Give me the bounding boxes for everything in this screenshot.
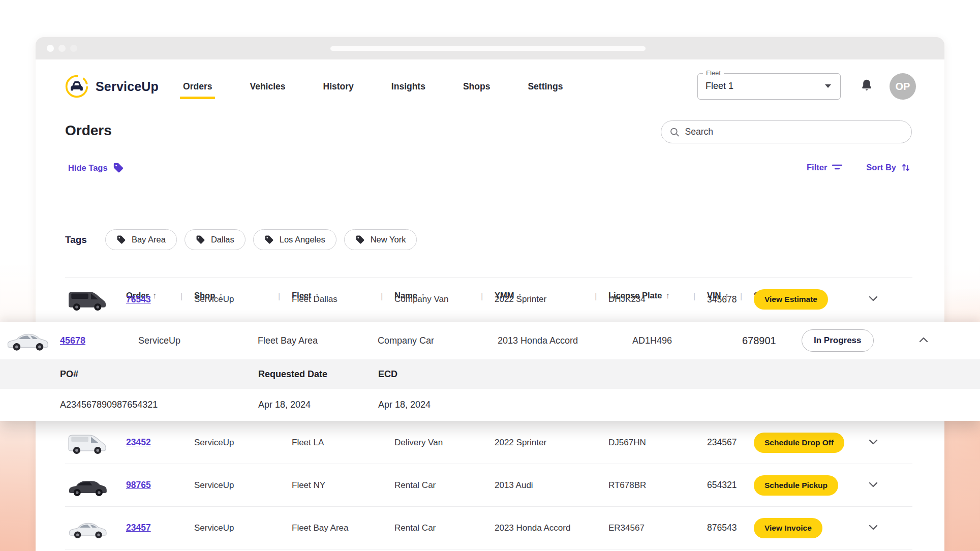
vehicle-image-company-car <box>3 325 52 354</box>
shop-cell: ServiceUp <box>138 335 258 346</box>
table-row[interactable]: 23457 ServiceUp Fleet Bay Area Rental Ca… <box>65 507 912 549</box>
table-actions: Filter Sort By <box>807 162 911 172</box>
tag-pill-bay-area[interactable]: Bay Area <box>105 229 177 250</box>
ymm-cell: 2022 Sprinter <box>495 438 608 448</box>
table-row[interactable]: 23452 ServiceUp Fleet LA Delivery Van 20… <box>65 421 912 464</box>
order-link[interactable]: 76543 <box>126 294 194 305</box>
table-row-expanded[interactable]: 45678 ServiceUp Fleet Bay Area Company C… <box>0 322 980 359</box>
tag-icon <box>116 235 126 244</box>
order-link[interactable]: 98765 <box>126 480 194 491</box>
requested-date-value: Apr 18, 2024 <box>258 400 378 410</box>
hide-tags-label: Hide Tags <box>68 163 108 173</box>
fleet-select-value: Fleet 1 <box>706 81 733 91</box>
vehicle-image-delivery-van <box>65 429 110 456</box>
chevron-down-icon[interactable] <box>868 522 879 532</box>
vehicle-image-company-van <box>65 286 110 313</box>
tags-label: Tags <box>65 234 87 246</box>
sort-by-label: Sort By <box>866 163 896 172</box>
filter-label: Filter <box>807 163 827 172</box>
order-link[interactable]: 23457 <box>126 523 194 533</box>
chevron-down-icon[interactable] <box>868 479 879 489</box>
browser-window: ServiceUp Orders Vehicles History Insigh… <box>36 37 944 551</box>
schedule-pickup-button[interactable]: Schedule Pickup <box>754 475 838 496</box>
name-cell: Delivery Van <box>394 438 495 448</box>
filter-icon <box>832 163 843 172</box>
fleet-cell: Fleet NY <box>292 480 394 491</box>
ymm-cell: 2023 Honda Accord <box>495 523 608 533</box>
fleet-cell: Fleet LA <box>292 438 394 448</box>
url-bar[interactable] <box>330 46 646 51</box>
tag-pill-label: New York <box>371 235 406 244</box>
brand-name: ServiceUp <box>96 79 159 94</box>
shop-cell: ServiceUp <box>194 480 292 491</box>
license-plate-cell: RT678BR <box>608 480 707 491</box>
table-body: 23452 ServiceUp Fleet LA Delivery Van 20… <box>65 421 912 549</box>
tag-pill-label: Bay Area <box>132 235 166 244</box>
fleet-cell: Fleet Bay Area <box>292 523 394 533</box>
search-input[interactable] <box>685 127 903 137</box>
po-number-value: A234567890987654321 <box>60 400 258 410</box>
vin-cell: 234567 <box>707 437 754 448</box>
search-icon <box>669 127 680 138</box>
chevron-down-icon[interactable] <box>868 437 879 447</box>
vin-cell: 345678 <box>707 294 754 305</box>
fleet-select[interactable]: Fleet Fleet 1 <box>697 73 841 100</box>
vin-cell: 654321 <box>707 480 754 491</box>
fleet-select-label: Fleet <box>703 69 724 77</box>
vin-cell: 678901 <box>742 335 802 347</box>
tag-pill-los-angeles[interactable]: Los Angeles <box>253 229 336 250</box>
tag-pill-new-york[interactable]: New York <box>344 229 417 250</box>
license-plate-cell: DJ567HN <box>608 438 707 448</box>
search-box[interactable] <box>661 120 912 143</box>
page-title: Orders <box>65 123 112 139</box>
table-row[interactable]: 76543 ServiceUp Fleet Dallas Company Van… <box>65 278 912 321</box>
order-details-header: PO# Requested Date ECD <box>0 359 980 389</box>
hide-tags-button[interactable]: Hide Tags <box>68 162 124 173</box>
sort-by-button[interactable]: Sort By <box>866 162 911 172</box>
in-progress-status-badge[interactable]: In Progress <box>802 329 874 352</box>
po-number-header: PO# <box>60 369 258 380</box>
shop-cell: ServiceUp <box>194 294 292 304</box>
tag-pill-label: Dallas <box>211 235 234 244</box>
notifications-button[interactable] <box>860 78 873 95</box>
shop-cell: ServiceUp <box>194 438 292 448</box>
nav-tab-settings[interactable]: Settings <box>527 78 564 95</box>
brand-logo[interactable]: ServiceUp <box>65 74 159 99</box>
shop-cell: ServiceUp <box>194 523 292 533</box>
name-cell: Rental Car <box>394 523 495 533</box>
expanded-order-panel: 45678 ServiceUp Fleet Bay Area Company C… <box>0 322 980 421</box>
tag-pill-dallas[interactable]: Dallas <box>185 229 246 250</box>
order-details-values: A234567890987654321 Apr 18, 2024 Apr 18,… <box>0 389 980 421</box>
schedule-drop-off-button[interactable]: Schedule Drop Off <box>754 433 844 453</box>
avatar[interactable]: OP <box>890 73 916 100</box>
ymm-cell: 2013 Audi <box>495 480 608 491</box>
vehicle-image-rental-sedan <box>65 514 110 542</box>
filter-button[interactable]: Filter <box>807 163 843 172</box>
view-estimate-button[interactable]: View Estimate <box>754 289 828 310</box>
chevron-down-icon[interactable] <box>868 293 879 303</box>
nav-tab-insights[interactable]: Insights <box>390 78 426 95</box>
traffic-light-close-icon[interactable] <box>47 45 54 52</box>
requested-date-header: Requested Date <box>258 369 378 380</box>
traffic-lights[interactable] <box>47 45 77 52</box>
nav-tab-history[interactable]: History <box>322 78 355 95</box>
ecd-header: ECD <box>378 369 980 380</box>
chevron-up-icon[interactable] <box>918 334 929 345</box>
nav-tab-orders[interactable]: Orders <box>182 78 213 95</box>
nav-tab-vehicles[interactable]: Vehicles <box>249 78 286 95</box>
nav-tab-shops[interactable]: Shops <box>462 78 491 95</box>
fleet-cell: Fleet Dallas <box>292 294 394 304</box>
traffic-light-minimize-icon[interactable] <box>58 45 66 52</box>
fleet-cell: Fleet Bay Area <box>258 335 378 346</box>
tag-icon <box>196 235 205 244</box>
view-invoice-button[interactable]: View Invoice <box>754 518 822 538</box>
nav-menu: Orders Vehicles History Insights Shops S… <box>182 78 564 95</box>
serviceup-logo-icon <box>65 74 88 99</box>
order-link[interactable]: 45678 <box>60 335 138 346</box>
order-link[interactable]: 23452 <box>126 437 194 448</box>
vehicle-image-rental-suv <box>65 472 110 499</box>
table-row[interactable]: 98765 ServiceUp Fleet NY Rental Car 2013… <box>65 464 912 507</box>
traffic-light-zoom-icon[interactable] <box>70 45 77 52</box>
license-plate-cell: DHJK234 <box>608 294 707 304</box>
bell-icon <box>860 78 873 93</box>
